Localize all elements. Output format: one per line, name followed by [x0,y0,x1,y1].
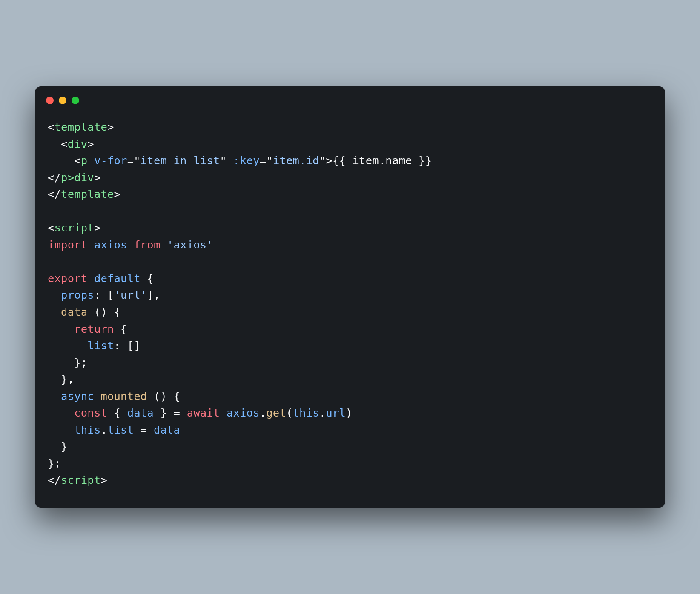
code-token: > [87,137,94,150]
code-token: : [ [94,288,114,301]
code-token: = [260,154,267,167]
code-line [48,253,652,270]
code-token: < [48,221,55,234]
code-token [48,339,87,352]
code-token: : [] [114,339,141,352]
code-token [220,406,227,419]
code-line: } [48,438,652,455]
code-token: return [74,323,114,335]
code-token: " [134,154,141,167]
code-token: this [293,406,319,419]
code-line: <script> [48,220,652,237]
code-line [48,203,652,220]
code-line: <div> [48,136,652,153]
code-token: async [61,390,94,403]
code-line: list: [] [48,337,652,354]
code-editor-content: <template> <div> <p v-for="item in list"… [35,109,665,507]
code-line: </template> [48,186,652,203]
code-token: > [326,154,333,167]
code-token: { [107,406,127,419]
code-token: template [55,120,107,133]
code-token: < [48,120,55,133]
close-icon[interactable] [46,97,54,104]
code-token: mounted [100,390,147,403]
code-token [227,154,233,167]
code-token: export [48,272,87,285]
code-token [48,154,74,167]
code-token [87,238,94,251]
code-token: . [319,406,326,419]
code-token: props [61,288,94,301]
code-token [48,137,61,150]
code-token: }; [48,457,61,470]
code-token: = [127,154,134,167]
code-line: <template> [48,119,652,136]
code-token: " [266,154,273,167]
code-token: ( [286,406,293,419]
zoom-icon[interactable] [72,97,79,104]
code-token: ) [346,406,353,419]
code-token: {{ item.name }} [333,154,432,167]
code-token: const [74,406,107,419]
code-token: await [187,406,220,419]
code-line: export default { [48,270,652,287]
code-token: . [100,423,107,436]
code-token: list [107,423,134,436]
code-token [48,390,61,403]
minimize-icon[interactable] [59,97,66,104]
window-titlebar [35,86,665,109]
code-token: ], [147,288,160,301]
code-token: import [48,238,87,251]
code-token: > [107,120,114,133]
code-line: }; [48,354,652,371]
code-line: async mounted () { [48,388,652,405]
code-token: </ [48,171,61,184]
code-token: list [87,339,114,352]
code-line: const { data } = await axios.get(this.ur… [48,405,652,422]
code-token: this [74,423,100,436]
code-line: <p v-for="item in list" :key="item.id">{… [48,152,652,169]
code-token: 'url' [114,288,147,301]
code-line: data () { [48,304,652,321]
code-line: props: ['url'], [48,287,652,304]
code-token [48,323,74,335]
code-token: p> [61,171,74,184]
code-token [94,390,101,403]
code-line: this.list = data [48,422,652,439]
code-line: }, [48,371,652,388]
code-token: { [141,272,154,285]
code-token: axios [227,406,260,419]
code-token: from [134,238,160,251]
code-token: () { [147,390,180,403]
code-token: script [61,474,100,486]
code-token: > [94,221,101,234]
code-token: = [134,423,154,436]
code-token: < [61,137,68,150]
code-token: get [266,406,286,419]
code-token: script [55,221,94,234]
code-line: </script> [48,472,652,489]
code-token: div [68,137,88,150]
code-token: }, [48,373,74,386]
code-token: item.id [273,154,319,167]
code-token: 'axios' [167,238,213,251]
code-token: } = [154,406,187,419]
code-token: data [127,406,154,419]
code-line: return { [48,321,652,338]
code-line: }; [48,455,652,472]
code-token: template [61,188,114,200]
code-token: < [74,154,81,167]
code-token [160,238,167,251]
code-token [127,238,134,251]
code-token: () { [87,306,120,318]
code-token: div [74,171,94,184]
code-token: default [94,272,141,285]
code-line: import axios from 'axios' [48,237,652,254]
code-token: > [94,171,101,184]
code-line: </p>div> [48,169,652,186]
code-token: > [114,188,121,200]
code-token: data [154,423,180,436]
code-token: " [319,154,326,167]
code-token: . [260,406,267,419]
code-token [48,288,61,301]
